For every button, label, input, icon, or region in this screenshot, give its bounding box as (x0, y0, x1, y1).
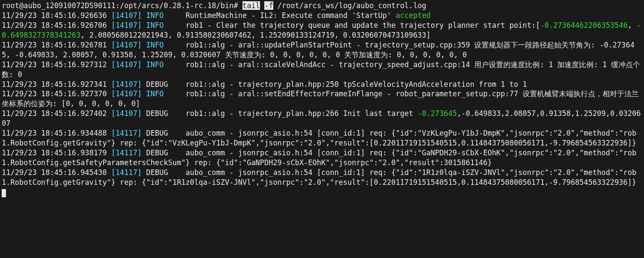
log-level: DEBUG (146, 129, 168, 137)
terminal-cursor (2, 189, 6, 197)
log-pad (164, 89, 186, 98)
cmd-tail: tail (242, 1, 260, 10)
log-value: -0.273645 (417, 109, 457, 118)
cmd-space (238, 1, 242, 10)
log-timestamp: 11/29/23 18:45:16.926706 (2, 21, 107, 30)
log-level: INFO (146, 89, 164, 98)
log-pid: [14117] (111, 168, 142, 177)
log-message: rob1::alg - trajectory_plan.hpp:266 Init… (186, 109, 417, 118)
log-pid: [14107] (111, 41, 142, 49)
log-level: DEBUG (146, 168, 168, 177)
log-value: accepted (396, 11, 431, 20)
log-level: INFO (146, 41, 164, 49)
log-pid: [14107] (111, 60, 142, 69)
cmd-logpath: /root/arcs_ws/log/aubo_control.log (273, 1, 426, 10)
log-pad (164, 21, 186, 30)
log-pid: [14117] (111, 129, 142, 137)
log-pid: [14107] (111, 80, 142, 89)
log-pad (164, 60, 186, 69)
log-level: DEBUG (146, 80, 168, 89)
log-pid: [14107] (111, 21, 142, 30)
log-pad (164, 11, 186, 20)
log-pid: [14107] (111, 11, 142, 20)
log-timestamp: 11/29/23 18:45:16.926781 (2, 41, 107, 49)
log-timestamp: 11/29/23 18:45:16.926636 (2, 11, 107, 20)
log-pad (168, 129, 186, 137)
log-message-tail: , (628, 21, 636, 30)
log-timestamp: 11/29/23 18:45:16.927341 (2, 80, 107, 89)
cmd-flag-f: -f (264, 1, 273, 10)
log-level: INFO (146, 21, 164, 30)
log-message: rob1::alg - trajectory_plan.hpp:250 tpSc… (186, 80, 527, 89)
log-timestamp: 11/29/23 18:45:16.938179 (2, 148, 107, 157)
log-message: RuntimeMachine - IL2: Execute command 'S… (186, 11, 396, 20)
log-level: DEBUG (146, 148, 168, 157)
log-timestamp: 11/29/23 18:45:16.934488 (2, 129, 107, 137)
cmd-space2 (260, 1, 264, 10)
log-message-tail: , 2.0805680122021943, 0.913580230607462,… (80, 31, 431, 39)
log-pad (168, 168, 186, 177)
log-timestamp: 11/29/23 18:45:16.945430 (2, 168, 107, 177)
log-timestamp: 11/29/23 18:45:16.927312 (2, 60, 107, 69)
log-level: INFO (146, 60, 164, 69)
log-pid: [14107] (111, 109, 142, 118)
log-pid: [14117] (111, 148, 142, 157)
log-level: DEBUG (146, 109, 168, 118)
log-pad (164, 41, 186, 49)
log-pid: [14107] (111, 89, 142, 98)
log-pad (168, 109, 186, 118)
log-message: rob1 - Clear the trajectory queue and up… (186, 21, 540, 30)
log-level: INFO (146, 11, 164, 20)
log-pad (168, 80, 186, 89)
terminal-output[interactable]: root@aubo_120910072DS90111:/opt/arcs/0.2… (0, 0, 644, 198)
log-timestamp: 11/29/23 18:45:16.927370 (2, 89, 107, 98)
shell-prompt: root@aubo_120910072DS90111:/opt/arcs/0.2… (2, 1, 238, 10)
log-value: -0.27364462206353546 (540, 21, 628, 30)
log-pad (168, 148, 186, 157)
log-timestamp: 11/29/23 18:45:16.927402 (2, 109, 107, 118)
